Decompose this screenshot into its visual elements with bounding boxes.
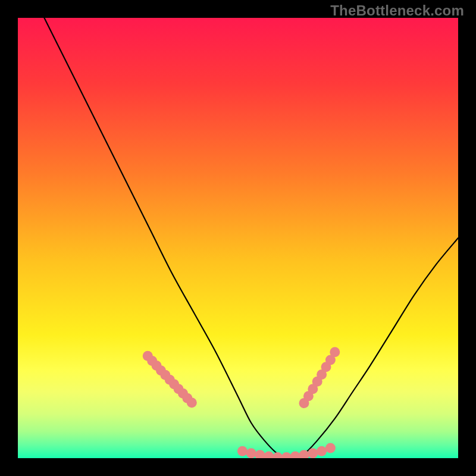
plot-area [18,18,458,458]
watermark-text: TheBottleneck.com [330,2,464,19]
marker-dot [308,448,318,458]
marker-dot [330,347,340,357]
marker-dot [325,443,336,453]
bottleneck-chart [18,18,458,458]
chart-frame: TheBottleneck.com [0,0,476,476]
marker-dot [187,397,197,408]
marker-dot [317,446,327,456]
marker-dot [237,446,248,456]
gradient-background [18,18,458,458]
marker-dot [246,448,256,458]
